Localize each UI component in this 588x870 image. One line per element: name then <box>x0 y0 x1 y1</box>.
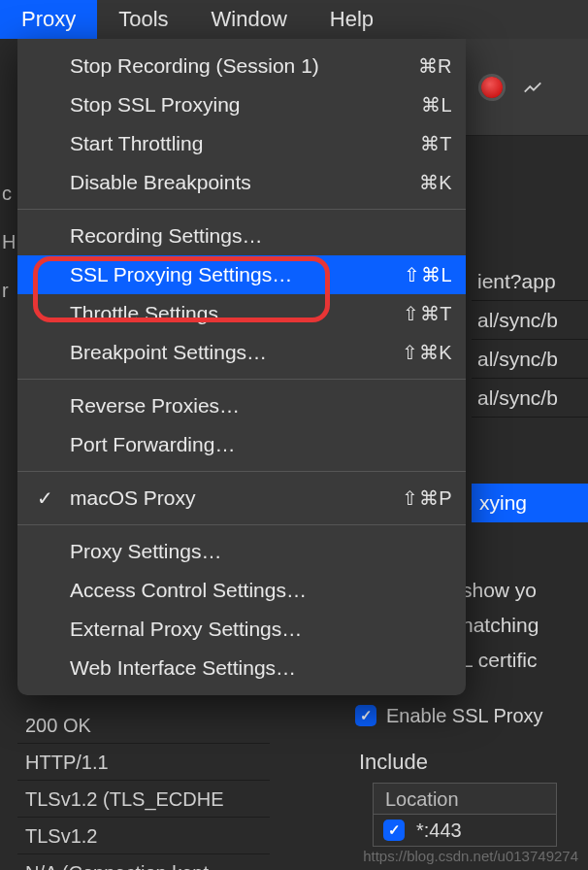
menu-shortcut: ⌘T <box>420 132 452 155</box>
left-strip-c: c <box>0 175 17 212</box>
menu-reverse-proxies[interactable]: Reverse Proxies… <box>17 386 466 425</box>
menu-shortcut: ⇧⌘T <box>403 302 452 325</box>
brush-icon[interactable] <box>522 77 543 98</box>
menubar-window[interactable]: Window <box>190 0 309 39</box>
proxy-menu-dropdown: Stop Recording (Session 1) ⌘R Stop SSL P… <box>17 39 466 695</box>
watermark: https://blog.csdn.net/u013749274 <box>363 848 578 864</box>
menu-stop-ssl-proxying[interactable]: Stop SSL Proxying ⌘L <box>17 85 466 124</box>
menu-macos-proxy[interactable]: ✓ macOS Proxy ⇧⌘P <box>17 479 466 518</box>
menu-separator <box>17 524 466 525</box>
menubar: Proxy Tools Window Help <box>0 0 588 39</box>
menu-breakpoint-settings[interactable]: Breakpoint Settings… ⇧⌘K <box>17 333 466 372</box>
left-strip: c H r <box>0 136 17 309</box>
detail-row: HTTP/1.1 <box>17 744 270 781</box>
details-list: 200 OK HTTP/1.1 TLSv1.2 (TLS_ECDHE TLSv1… <box>17 707 270 870</box>
detail-row: 200 OK <box>17 707 270 744</box>
menu-external-proxy-settings[interactable]: External Proxy Settings… <box>17 610 466 649</box>
left-strip-h: H <box>0 223 17 260</box>
location-value: *:443 <box>416 820 462 842</box>
menu-label: Web Interface Settings… <box>70 656 452 680</box>
menu-start-throttling[interactable]: Start Throttling ⌘T <box>17 124 466 163</box>
text-line: natching <box>462 608 588 643</box>
left-strip-r: r <box>0 272 17 309</box>
menu-stop-recording[interactable]: Stop Recording (Session 1) ⌘R <box>17 47 466 85</box>
menu-label: macOS Proxy <box>70 486 402 510</box>
menu-label: External Proxy Settings… <box>70 618 452 641</box>
menu-separator <box>17 209 466 210</box>
menu-shortcut: ⌘L <box>421 93 452 117</box>
menu-shortcut: ⇧⌘K <box>402 341 452 364</box>
menu-label: Reverse Proxies… <box>70 394 452 418</box>
menubar-help[interactable]: Help <box>309 0 395 39</box>
menu-label: Throttle Settings… <box>70 302 403 325</box>
text-line: L certific <box>462 643 588 678</box>
menu-separator <box>17 471 466 472</box>
menu-disable-breakpoints[interactable]: Disable Breakpoints ⌘K <box>17 163 466 202</box>
menu-web-interface-settings[interactable]: Web Interface Settings… <box>17 649 466 687</box>
menubar-tools[interactable]: Tools <box>97 0 189 39</box>
enable-ssl-proxying-row[interactable]: ✓ Enable SSL Proxy <box>345 699 588 732</box>
checkbox-checked-icon[interactable]: ✓ <box>355 705 376 726</box>
background-text-fragment: show yo natching L certific <box>462 573 588 678</box>
list-item[interactable]: al/sync/b <box>472 340 588 379</box>
background-selected-item[interactable]: xying <box>472 484 588 522</box>
menu-label: Stop Recording (Session 1) <box>70 54 418 78</box>
menu-access-control-settings[interactable]: Access Control Settings… <box>17 571 466 610</box>
menu-recording-settings[interactable]: Recording Settings… <box>17 217 466 255</box>
menu-shortcut: ⇧⌘P <box>402 486 452 510</box>
checkbox-checked-icon[interactable]: ✓ <box>383 820 405 841</box>
menu-shortcut: ⌘K <box>419 171 452 194</box>
check-icon: ✓ <box>37 486 53 510</box>
menu-shortcut: ⌘R <box>418 54 452 78</box>
location-column-header: Location <box>373 783 557 814</box>
list-item[interactable]: al/sync/b <box>472 379 588 418</box>
detail-row: N/A (Connection kept <box>17 854 270 870</box>
detail-row: TLSv1.2 <box>17 818 270 854</box>
menu-label: SSL Proxying Settings… <box>70 263 404 286</box>
menu-label: Recording Settings… <box>70 224 452 248</box>
record-icon[interactable] <box>481 77 503 98</box>
menu-label: Access Control Settings… <box>70 579 452 602</box>
background-list-fragment: ient?app al/sync/b al/sync/b al/sync/b <box>472 243 588 418</box>
menu-label: Disable Breakpoints <box>70 171 419 194</box>
menu-label: Start Throttling <box>70 132 420 155</box>
menubar-proxy[interactable]: Proxy <box>0 0 97 39</box>
menu-shortcut: ⇧⌘L <box>404 263 452 286</box>
list-item[interactable]: ient?app <box>472 262 588 301</box>
enable-label: Enable SSL Proxy <box>386 705 543 727</box>
menu-ssl-proxying-settings[interactable]: SSL Proxying Settings… ⇧⌘L <box>17 255 466 294</box>
menu-label: Port Forwarding… <box>70 433 452 456</box>
menu-label: Proxy Settings… <box>70 540 452 563</box>
menu-label: Stop SSL Proxying <box>70 93 421 117</box>
detail-row: TLSv1.2 (TLS_ECDHE <box>17 781 270 818</box>
ssl-panel-fragment: ✓ Enable SSL Proxy Include Location ✓ *:… <box>345 699 588 847</box>
menu-port-forwarding[interactable]: Port Forwarding… <box>17 425 466 464</box>
text-line: show yo <box>462 573 588 608</box>
menu-proxy-settings[interactable]: Proxy Settings… <box>17 532 466 571</box>
toolbar-fragment <box>462 39 588 136</box>
menu-throttle-settings[interactable]: Throttle Settings… ⇧⌘T <box>17 294 466 333</box>
include-label: Include <box>345 732 588 783</box>
location-row[interactable]: ✓ *:443 <box>373 814 557 847</box>
menu-label: Breakpoint Settings… <box>70 341 402 364</box>
menu-separator <box>17 379 466 380</box>
list-item[interactable]: al/sync/b <box>472 301 588 340</box>
